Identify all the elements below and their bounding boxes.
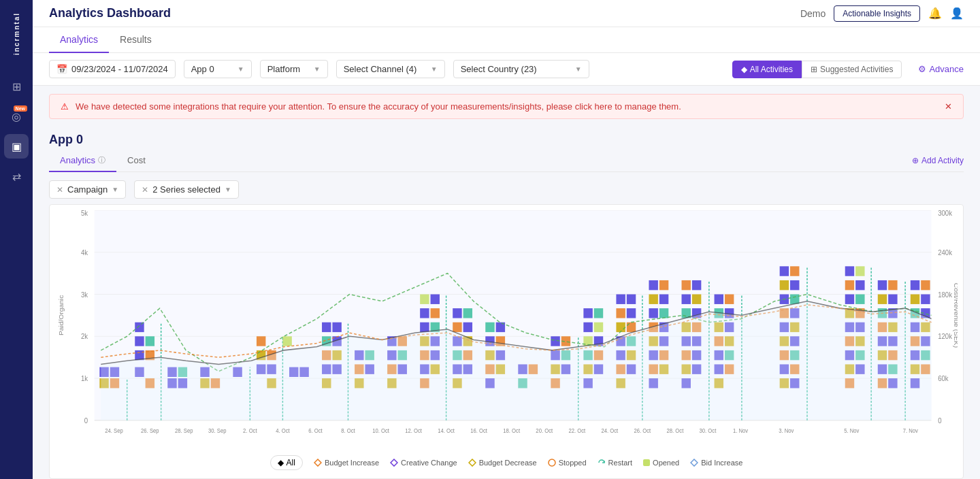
sidebar-item-analytics[interactable]: ◎ New [4,104,29,129]
svg-text:Cost/Revenue (SEK): Cost/Revenue (SEK) [953,283,958,348]
app-select[interactable]: App 0 ▼ [184,60,252,78]
svg-rect-150 [659,308,668,318]
sub-tab-cost[interactable]: Cost [116,150,157,172]
svg-rect-176 [715,295,723,304]
legend-all-button[interactable]: ◆ All [270,455,303,470]
svg-rect-53 [322,323,331,332]
grid-icon: ⊞ [811,65,817,74]
legend-budget-increase: Budget Increase [314,459,379,467]
channel-select[interactable]: Select Channel (4) ▼ [336,60,445,78]
svg-rect-75 [420,295,429,304]
svg-rect-131 [616,295,625,304]
alert-close-icon[interactable]: ✕ [945,101,952,112]
restart-icon [598,459,606,467]
country-select[interactable]: Select Country (23) ▼ [453,60,589,78]
svg-rect-90 [463,308,472,318]
nav-tabs: Analytics Results [33,27,980,53]
chart-container: 0 1k 2k 3k 4k 5k 0 60k 120k 180k 240k 30… [49,204,964,479]
legend-bid-increase: Bid Increase [690,459,742,467]
actionable-insights-button[interactable]: Actionable Insights [834,5,920,22]
svg-rect-136 [627,323,636,332]
advance-label: Advance [929,64,964,74]
tab-results[interactable]: Results [109,27,163,53]
info-icon: ⓘ [98,155,105,165]
calendar-icon: 📅 [56,64,67,74]
sub-tab-analytics[interactable]: Analytics ⓘ [49,150,116,172]
svg-text:0: 0 [938,417,942,425]
svg-text:22. Oct: 22. Oct [568,428,586,434]
chart-controls: ✕ Campaign ▼ ✕ 2 Series selected ▼ [49,172,964,204]
svg-text:180k: 180k [938,291,952,298]
svg-rect-147 [649,295,657,304]
group-by-select[interactable]: ✕ Campaign ▼ [49,180,126,199]
svg-rect-123 [594,323,603,332]
channel-select-value: Select Channel (4) [344,64,417,74]
sidebar-item-dashboard[interactable]: ⊞ [4,74,29,99]
chevron-down-icon: ▼ [112,186,118,193]
suggested-activities-toggle[interactable]: ⊞ Suggested Activities [802,61,902,78]
creative-change-icon [390,459,398,467]
all-activities-label: All Activities [750,65,793,74]
svg-text:3k: 3k [81,291,88,298]
svg-rect-160 [682,280,691,290]
svg-rect-121 [594,308,603,318]
add-activity-button[interactable]: ⊕ Add Activity [912,150,964,171]
svg-text:5. Nov: 5. Nov [844,428,859,434]
svg-text:20. Oct: 20. Oct [536,428,553,434]
user-icon[interactable]: 👤 [950,7,964,20]
svg-text:28. Oct: 28. Oct [667,428,685,434]
svg-rect-89 [453,308,461,318]
top-header: Analytics Dashboard Demo Actionable Insi… [33,0,980,27]
app-select-value: App 0 [191,64,214,74]
svg-rect-134 [627,308,636,318]
main-content: Analytics Dashboard Demo Actionable Insi… [33,0,980,479]
tab-analytics[interactable]: Analytics [49,27,109,53]
series-select[interactable]: ✕ 2 Series selected ▼ [134,180,239,199]
all-activities-toggle[interactable]: ◆ All Activities [732,61,802,78]
svg-rect-246 [911,295,919,304]
svg-text:300k: 300k [938,210,952,217]
svg-text:2k: 2k [81,333,88,340]
svg-text:4. Oct: 4. Oct [276,428,290,434]
svg-text:120k: 120k [938,333,952,340]
svg-text:16. Oct: 16. Oct [470,428,488,434]
opened-dot [643,459,650,466]
svg-rect-92 [463,323,472,332]
advance-button[interactable]: ⚙ Advance [918,64,964,74]
diamond-icon: ◆ [741,65,747,74]
svg-text:1k: 1k [81,375,88,382]
series-clear[interactable]: ✕ [142,185,148,195]
sidebar-item-integrations[interactable]: ⇄ [4,164,29,188]
svg-rect-191 [790,266,799,276]
svg-text:28. Sep: 28. Sep [175,428,193,434]
bell-icon[interactable]: 🔔 [928,7,942,20]
activity-toggle: ◆ All Activities ⊞ Suggested Activities [732,61,902,78]
legend-restart: Restart [598,459,632,467]
svg-text:18. Oct: 18. Oct [503,428,521,434]
legend-stopped: Stopped [548,459,587,467]
svg-text:4k: 4k [81,249,88,257]
diamond-icon: ◆ [278,458,284,467]
bid-increase-icon [690,459,698,467]
svg-rect-245 [921,280,930,290]
alert-icon: ⚠ [61,101,69,112]
sub-tab-analytics-label: Analytics [60,155,95,165]
stopped-icon [548,459,556,467]
group-by-clear[interactable]: ✕ [56,185,63,195]
svg-rect-227 [878,280,887,290]
add-activity-label: Add Activity [921,156,964,165]
app-section: App 0 Analytics ⓘ Cost ⊕ Add Activity [33,127,980,479]
svg-text:14. Oct: 14. Oct [438,428,455,434]
svg-text:6. Oct: 6. Oct [308,428,323,434]
date-range-picker[interactable]: 📅 09/23/2024 - 11/07/2024 [49,60,176,78]
sidebar: incrmntal ⊞ ◎ New ▣ ⇄ [0,0,33,479]
sidebar-item-reports[interactable]: ▣ [4,134,29,159]
svg-rect-133 [616,308,625,318]
suggested-activities-label: Suggested Activities [820,65,893,74]
platform-select[interactable]: Platform ▼ [260,60,328,78]
svg-rect-162 [682,295,691,304]
svg-rect-31 [146,336,154,346]
svg-rect-76 [431,295,440,304]
alert-banner[interactable]: ⚠ We have detected some integrations tha… [49,94,964,119]
svg-text:Paid/Organic: Paid/Organic [57,295,65,335]
